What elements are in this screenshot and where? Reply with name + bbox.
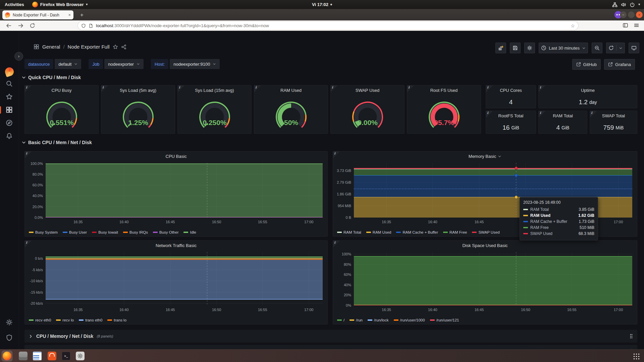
search-icon[interactable]	[6, 80, 13, 87]
panel-title[interactable]: SWAP Total	[600, 113, 627, 118]
legend-item[interactable]: /	[337, 318, 344, 322]
panel-title[interactable]: CPU Busy	[35, 88, 88, 93]
panel-info-corner[interactable]: i	[539, 85, 545, 92]
row-header-basic[interactable]: Basic CPU / Mem / Net / Disk	[21, 140, 92, 145]
legend-item[interactable]: RAM Used	[366, 230, 391, 234]
filter-value-dropdown[interactable]: nodeexporter	[104, 59, 144, 69]
panel-title[interactable]: SWAP Used	[341, 88, 394, 93]
system-status-menu[interactable]: ▾	[612, 2, 644, 7]
legend-item[interactable]: /run/lock	[368, 318, 388, 322]
row-header-cpu-memory-net-disk[interactable]: CPU / Memory / Net / Disk (8 panels)	[24, 330, 637, 343]
new-tab-button[interactable]: +	[78, 11, 86, 19]
activities-button[interactable]: Activities	[0, 0, 29, 9]
breadcrumb-folder[interactable]: General	[42, 44, 60, 50]
refresh-button[interactable]	[606, 43, 625, 53]
grafana-link-button[interactable]: Grafana	[604, 59, 635, 70]
taskbar-tweaks[interactable]	[75, 351, 85, 361]
legend-item[interactable]: Busy IRQs	[123, 230, 148, 234]
alerting-bell-icon[interactable]	[6, 132, 13, 139]
panel-info-corner[interactable]: i	[486, 85, 493, 92]
legend-item[interactable]: /run/user/1000	[394, 318, 425, 322]
share-icon[interactable]	[121, 44, 126, 50]
panel-info-corner[interactable]: i	[25, 152, 32, 158]
show-applications-icon[interactable]	[633, 353, 639, 359]
back-button[interactable]	[6, 23, 12, 28]
legend-item[interactable]: RAM Total	[337, 230, 361, 234]
panel-title[interactable]: Memory Basic	[343, 154, 627, 159]
filter-value-dropdown[interactable]: nodeexporter:9100	[170, 59, 220, 69]
menu-hamburger-icon[interactable]	[634, 22, 639, 28]
browser-tab[interactable]: Node Exporter Full - Dash ×	[2, 10, 73, 19]
row-header-quick[interactable]: Quick CPU / Mem / Disk	[21, 75, 81, 80]
taskbar-ubuntu-software[interactable]	[47, 351, 57, 361]
taskbar-firefox[interactable]	[2, 351, 12, 361]
panel-info-corner[interactable]: i	[254, 85, 261, 92]
panel-title[interactable]: Root FS Used	[417, 88, 471, 93]
panel-info-corner[interactable]: i	[590, 111, 597, 118]
add-panel-button[interactable]	[495, 43, 506, 53]
server-admin-shield-icon[interactable]	[6, 334, 13, 341]
legend-item[interactable]: recv eth0	[29, 318, 51, 322]
legend-item[interactable]: trans eth0	[79, 318, 102, 322]
taskbar-file-manager[interactable]	[18, 351, 28, 361]
tab-close-icon[interactable]: ×	[68, 12, 71, 17]
panel-title[interactable]: CPU Cores	[496, 88, 526, 93]
legend-item[interactable]: recv lo	[56, 318, 74, 322]
panel-title[interactable]: Disk Space Used Basic	[343, 243, 627, 248]
github-link-button[interactable]: GitHub	[572, 59, 601, 70]
window-close-button[interactable]: ×	[636, 11, 643, 18]
panel-info-corner[interactable]: i	[333, 152, 340, 158]
clock-menu[interactable]: Vi 17:02	[302, 2, 342, 7]
taskbar-terminal[interactable]: >_	[61, 351, 71, 361]
dashboard-settings-button[interactable]	[524, 43, 535, 53]
panel-info-corner[interactable]: i	[178, 85, 184, 92]
tracking-shield-icon[interactable]	[81, 23, 86, 28]
zoom-out-time-button[interactable]	[592, 43, 602, 53]
cpu-basic-chart[interactable]	[46, 163, 323, 218]
window-minimize-button[interactable]: −	[620, 11, 627, 18]
panel-title[interactable]: RAM Used	[264, 88, 318, 93]
favorite-star-icon[interactable]	[113, 44, 118, 50]
panel-info-corner[interactable]: i	[486, 111, 493, 118]
panel-info-corner[interactable]: i	[25, 241, 32, 247]
tv-mode-button[interactable]	[629, 43, 639, 53]
save-to-pocket-icon[interactable]	[623, 22, 628, 28]
configuration-gear-icon[interactable]	[6, 319, 13, 326]
network-traffic-chart[interactable]	[46, 252, 323, 305]
reload-button[interactable]	[30, 23, 35, 28]
panel-title[interactable]: RootFS Total	[496, 113, 526, 118]
panel-title[interactable]: RAM Total	[549, 113, 577, 118]
legend-item[interactable]: RAM Free	[443, 230, 467, 234]
explore-compass-icon[interactable]	[6, 119, 13, 126]
drag-handle-icon[interactable]	[629, 334, 633, 339]
panel-info-corner[interactable]: i	[407, 85, 414, 92]
bookmark-star-icon[interactable]: ☆	[571, 23, 575, 28]
panel-title[interactable]: Sys Load (5m avg)	[111, 88, 165, 93]
legend-item[interactable]: Busy Other	[153, 230, 179, 234]
panel-info-corner[interactable]: i	[331, 85, 337, 92]
legend-item[interactable]: Busy System	[29, 230, 58, 234]
filter-value-dropdown[interactable]: default	[55, 59, 81, 69]
time-range-picker[interactable]: Last 30 minutes	[539, 43, 588, 53]
panel-info-corner[interactable]: i	[333, 241, 340, 247]
panel-title[interactable]: Network Traffic Basic	[35, 243, 317, 248]
page-info-icon[interactable]	[89, 23, 93, 28]
starred-icon[interactable]	[6, 93, 13, 100]
legend-item[interactable]: Busy User	[63, 230, 87, 234]
panel-title[interactable]: CPU Basic	[35, 154, 317, 159]
panel-info-corner[interactable]: i	[539, 111, 545, 118]
window-maximize-button[interactable]	[628, 11, 635, 18]
grafana-logo[interactable]	[4, 66, 15, 77]
panel-title[interactable]: Uptime	[549, 88, 627, 93]
disk-space-chart[interactable]	[354, 252, 632, 305]
legend-item[interactable]: Idle	[183, 230, 196, 234]
legend-item[interactable]: Busy Iowait	[92, 230, 118, 234]
forward-button[interactable]	[18, 23, 23, 28]
legend-item[interactable]: /run	[350, 318, 363, 322]
sidebar-expand-button[interactable]: ›	[14, 52, 23, 61]
app-menu-button[interactable]: Firefox Web Browser ▾	[29, 2, 91, 7]
panel-title[interactable]: Sys Load (15m avg)	[188, 88, 241, 93]
save-dashboard-button[interactable]	[510, 43, 521, 53]
taskbar-libreoffice-writer[interactable]	[32, 351, 42, 361]
legend-item[interactable]: RAM Cache + Buffer	[396, 230, 438, 234]
